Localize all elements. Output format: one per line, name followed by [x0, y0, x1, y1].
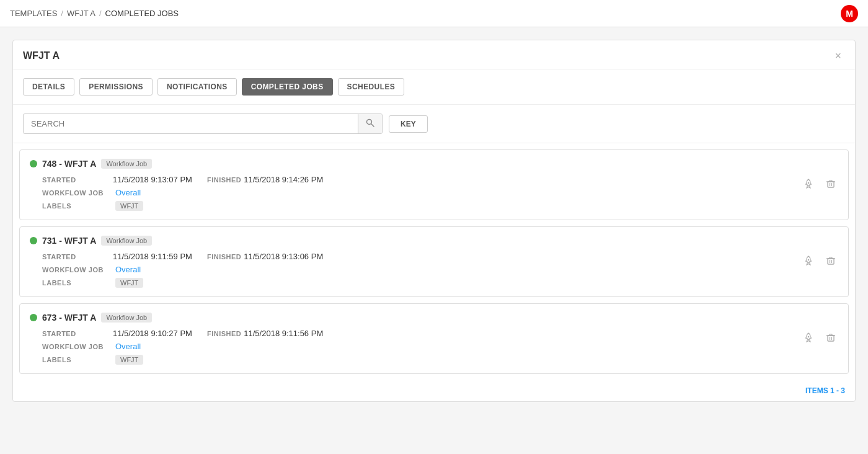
workflow-job-row-748: WORKFLOW JOB Overall	[42, 188, 838, 197]
search-input[interactable]	[24, 115, 358, 133]
started-value-748: 11/5/2018 9:13:07 PM	[113, 175, 192, 184]
workflow-job-label-673: WORKFLOW JOB	[42, 343, 110, 350]
job-title-673: 673 - WFJT A	[42, 313, 96, 323]
search-box	[23, 114, 383, 134]
tab-completed-jobs[interactable]: COMPLETED JOBS	[242, 78, 333, 96]
svg-rect-3	[828, 182, 834, 187]
svg-point-7	[808, 259, 809, 260]
trash-icon	[826, 332, 836, 342]
delete-button-731[interactable]	[823, 253, 838, 270]
job-time-row-673: STARTED 11/5/2018 9:10:27 PM FINISHED 11…	[42, 329, 838, 338]
finished-label-748: FINISHED	[207, 176, 241, 184]
started-label-748: STARTED	[42, 176, 110, 184]
svg-rect-8	[828, 259, 834, 264]
labels-label-748: LABELS	[42, 202, 110, 210]
started-value-673: 11/5/2018 9:10:27 PM	[113, 329, 192, 338]
finished-value-673: 11/5/2018 9:11:56 PM	[244, 329, 323, 338]
workflow-job-row-673: WORKFLOW JOB Overall	[42, 342, 838, 351]
status-dot-748	[30, 160, 37, 167]
jobs-list: 748 - WFJT A Workflow Job STARTED 11/5/2…	[13, 149, 855, 374]
rocket-icon	[804, 256, 813, 265]
labels-label-731: LABELS	[42, 279, 110, 287]
key-button[interactable]: KEY	[389, 115, 428, 133]
job-details-673: STARTED 11/5/2018 9:10:27 PM FINISHED 11…	[30, 329, 838, 365]
finished-value-748: 11/5/2018 9:14:26 PM	[244, 175, 323, 184]
started-value-731: 11/5/2018 9:11:59 PM	[113, 252, 192, 261]
job-actions-673	[801, 330, 838, 347]
job-time-row-731: STARTED 11/5/2018 9:11:59 PM FINISHED 11…	[42, 252, 838, 261]
breadcrumb-templates[interactable]: TEMPLATES	[10, 9, 57, 18]
started-label-731: STARTED	[42, 253, 110, 260]
workflow-job-label-731: WORKFLOW JOB	[42, 266, 110, 274]
breadcrumb-sep-1: /	[61, 9, 63, 18]
workflow-job-value-731[interactable]: Overall	[115, 265, 141, 274]
job-actions-748	[801, 176, 838, 194]
tab-details[interactable]: DETAILS	[23, 78, 74, 96]
tab-schedules[interactable]: SCHEDULES	[338, 78, 405, 96]
table-row: 748 - WFJT A Workflow Job STARTED 11/5/2…	[19, 149, 849, 220]
label-badge-748: WFJT	[115, 201, 143, 211]
finished-value-731: 11/5/2018 9:13:06 PM	[244, 252, 323, 261]
labels-row-748: LABELS WFJT	[42, 201, 838, 211]
labels-row-673: LABELS WFJT	[42, 355, 838, 365]
motorola-logo: M	[841, 5, 858, 22]
close-button[interactable]: ×	[831, 49, 845, 63]
svg-point-2	[808, 182, 809, 184]
search-area: KEY	[13, 105, 855, 143]
job-details-748: STARTED 11/5/2018 9:13:07 PM FINISHED 11…	[30, 175, 838, 211]
top-bar: TEMPLATES / WFJT A / COMPLETED JOBS M	[0, 0, 868, 27]
started-label-673: STARTED	[42, 330, 110, 337]
label-badge-731: WFJT	[115, 278, 143, 288]
job-type-badge-731: Workflow Job	[101, 236, 152, 246]
search-button[interactable]	[358, 114, 382, 133]
rocket-icon	[804, 179, 813, 189]
table-row: 673 - WFJT A Workflow Job STARTED 11/5/2…	[19, 303, 849, 374]
tabs-bar: DETAILS PERMISSIONS NOTIFICATIONS COMPLE…	[13, 69, 855, 105]
breadcrumb-sep-2: /	[99, 9, 102, 18]
launch-button-673[interactable]	[801, 330, 816, 347]
job-header-673: 673 - WFJT A Workflow Job	[30, 313, 838, 323]
main-content: WFJT A × DETAILS PERMISSIONS NOTIFICATIO…	[0, 27, 868, 414]
delete-button-748[interactable]	[823, 176, 838, 194]
labels-label-673: LABELS	[42, 356, 110, 363]
job-title-748: 748 - WFJT A	[42, 159, 96, 169]
labels-row-731: LABELS WFJT	[42, 278, 838, 288]
status-dot-673	[30, 314, 37, 321]
card-header: WFJT A ×	[13, 40, 855, 69]
finished-label-673: FINISHED	[207, 330, 241, 337]
svg-point-12	[808, 336, 809, 337]
tab-notifications[interactable]: NOTIFICATIONS	[157, 78, 237, 96]
workflow-job-value-673[interactable]: Overall	[115, 342, 141, 351]
workflow-job-value-748[interactable]: Overall	[115, 188, 141, 197]
card-title: WFJT A	[23, 50, 60, 61]
job-title-731: 731 - WFJT A	[42, 236, 96, 246]
launch-button-748[interactable]	[801, 176, 816, 194]
rocket-icon	[804, 332, 813, 342]
launch-button-731[interactable]	[801, 253, 816, 270]
main-card: WFJT A × DETAILS PERMISSIONS NOTIFICATIO…	[12, 40, 856, 402]
items-count: ITEMS 1 - 3	[805, 386, 845, 395]
pagination-footer: ITEMS 1 - 3	[13, 380, 855, 401]
trash-icon	[826, 179, 836, 189]
job-type-badge-673: Workflow Job	[101, 313, 152, 323]
svg-rect-13	[828, 336, 834, 341]
table-row: 731 - WFJT A Workflow Job STARTED 11/5/2…	[19, 226, 849, 297]
finished-label-731: FINISHED	[207, 253, 241, 260]
workflow-job-row-731: WORKFLOW JOB Overall	[42, 265, 838, 274]
status-dot-731	[30, 237, 37, 244]
delete-button-673[interactable]	[823, 330, 838, 347]
workflow-job-label-748: WORKFLOW JOB	[42, 189, 110, 197]
job-header-748: 748 - WFJT A Workflow Job	[30, 159, 838, 169]
svg-line-1	[371, 124, 374, 127]
breadcrumb-current: COMPLETED JOBS	[105, 9, 179, 18]
job-header-731: 731 - WFJT A Workflow Job	[30, 236, 838, 246]
job-details-731: STARTED 11/5/2018 9:11:59 PM FINISHED 11…	[30, 252, 838, 288]
breadcrumb: TEMPLATES / WFJT A / COMPLETED JOBS	[10, 9, 179, 18]
breadcrumb-wfjt-a[interactable]: WFJT A	[67, 9, 95, 18]
job-actions-731	[801, 253, 838, 270]
trash-icon	[826, 256, 836, 265]
tab-permissions[interactable]: PERMISSIONS	[79, 78, 153, 96]
job-time-row-748: STARTED 11/5/2018 9:13:07 PM FINISHED 11…	[42, 175, 838, 184]
search-icon	[366, 118, 374, 127]
job-type-badge-748: Workflow Job	[101, 159, 152, 169]
